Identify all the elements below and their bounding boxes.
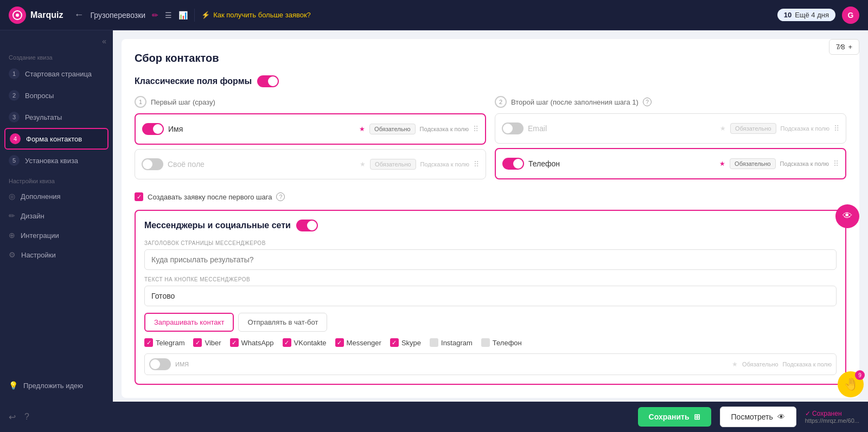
field-name-toggle[interactable] [142,123,164,135]
project-name: Грузоперевозки [90,11,145,20]
create-request-row[interactable]: Создавать заявку после первого шага ? [135,192,846,201]
step-num-1: 1 [9,68,20,79]
social-row: Telegram Viber WhatsApp VKontakte [144,338,837,347]
messengers-toggle[interactable] [296,220,318,231]
notification-float-button[interactable]: 🤚 9 [838,371,864,397]
field-email-hint[interactable]: Подсказка к полю [781,125,829,132]
field-custom-required-btn[interactable]: Обязательно [370,159,416,170]
field-phone-toggle[interactable] [502,158,524,170]
instagram-checkbox[interactable] [430,338,438,347]
sidebar-label-design: Дизайн [21,212,44,220]
preview-button[interactable]: Посмотреть 👁 [720,407,796,427]
sidebar-item-contacts[interactable]: 4 Форма контактов [4,128,108,150]
logo[interactable]: Marquiz [9,7,63,24]
skype-checkbox[interactable] [390,338,399,347]
design-icon: ✏ [9,211,15,220]
eye-float-button[interactable]: 👁 [835,204,859,228]
field-custom-hint[interactable]: Подсказка к полю [420,161,469,167]
phone-checkbox[interactable] [481,338,490,347]
field-name-row: Имя ★ Обязательно Подсказка к полю ⠿ [140,119,481,139]
help-icon[interactable]: ? [24,412,29,422]
saved-status: ✓ Сохранен https://mrqz.me/60... [805,410,859,424]
field-custom-container: Своё поле ★ Обязательно Подсказка к полю… [135,149,486,179]
field-name-drag-icon: ⠿ [473,125,478,133]
field-email-drag-icon: ⠿ [834,124,839,133]
sidebar-item-install[interactable]: 5 Установка квиза [0,150,113,171]
field-custom-toggle[interactable] [142,158,163,170]
tip-button[interactable]: ⚡ Как получить больше заявок? [201,11,311,19]
messenger-field-toggle[interactable] [149,358,171,370]
save-icon: ⊞ [694,412,700,421]
messenger-checkbox[interactable] [335,338,344,347]
vkontakte-label: VKontakte [294,339,327,347]
step2-help-icon[interactable]: ? [643,98,652,106]
step1-circle: 1 [135,96,146,108]
sidebar-item-start[interactable]: 1 Стартовая страница [0,63,113,85]
request-contact-button[interactable]: Запрашивать контакт [144,313,234,332]
social-telegram[interactable]: Telegram [144,338,184,347]
sidebar-label-extras: Дополнения [21,192,61,201]
social-vkontakte[interactable]: VKontakte [283,338,327,347]
list-icon[interactable]: ☰ [165,11,172,20]
step2-text: Второй шаг (после заполнения шага 1) [511,98,639,106]
sidebar-item-questions[interactable]: 2 Вопросы [0,85,113,106]
edit-icon[interactable]: ✏ [152,11,158,20]
messengers-section: Мессенджеры и социальные сети ЗАГОЛОВОК … [135,210,846,385]
saved-text: ✓ Сохранен [805,410,859,417]
field-phone-hint[interactable]: Подсказка к полю [780,160,829,167]
sidebar-label-contacts: Форма контактов [26,135,82,143]
create-request-label: Создавать заявку после первого шага [148,193,272,201]
notification-badge: 9 [855,370,865,380]
social-instagram[interactable]: Instagram [430,338,473,347]
button-text-input[interactable] [144,286,837,306]
viber-label: Viber [205,339,221,347]
messenger-field-hint: Подсказка к полю [783,361,832,367]
field-phone-required-btn[interactable]: Обязательно [730,158,776,169]
page-title-input[interactable] [144,249,837,270]
create-request-checkbox[interactable] [135,192,143,201]
sidebar-bottom: 💡 Предложить идею [0,376,113,395]
send-chatbot-button[interactable]: Отправлять в чат-бот [238,313,327,332]
sidebar-item-design[interactable]: ✏ Дизайн [0,206,113,225]
social-viber[interactable]: Viber [193,338,221,347]
social-whatsapp[interactable]: WhatsApp [230,338,274,347]
social-phone[interactable]: Телефон [481,338,522,347]
vkontakte-checkbox[interactable] [283,338,291,347]
sidebar-item-suggest[interactable]: 💡 Предложить идею [0,376,113,395]
telegram-checkbox[interactable] [144,338,153,347]
viber-checkbox[interactable] [193,338,202,347]
eye-icon: 👁 [843,210,852,222]
create-request-help[interactable]: ? [276,192,285,201]
chart-icon[interactable]: 📊 [178,11,188,20]
page-content: Сбор контактов Классические поля формы 1… [122,39,859,398]
fraction-label: 7⁄8 [836,43,845,51]
settings-icon: ⚙ [9,250,16,259]
top-right-button[interactable]: 7⁄8 + [829,39,859,55]
field-email-toggle[interactable] [502,122,524,134]
sidebar-item-extras[interactable]: ◎ Дополнения [0,186,113,206]
whatsapp-checkbox[interactable] [230,338,239,347]
back-button[interactable]: ← [74,9,84,21]
sidebar-label-results: Результаты [25,113,62,121]
sidebar-label-questions: Вопросы [25,92,54,100]
save-button[interactable]: Сохранить ⊞ [638,407,711,427]
classic-fields-toggle[interactable] [257,75,279,87]
sidebar-item-results[interactable]: 3 Результаты [0,106,113,128]
suggest-icon: 💡 [9,381,18,390]
avatar[interactable]: G [842,7,859,24]
bottom-icons: ↩ ? [9,412,29,422]
classic-fields-title: Классические поля формы [135,76,252,86]
preview-icon: 👁 [777,412,785,421]
field-email-required-btn[interactable]: Обязательно [730,123,776,134]
field-name-required-btn[interactable]: Обязательно [369,124,416,134]
sidebar-item-settings[interactable]: ⚙ Настройки [0,245,113,265]
sidebar-item-integrations[interactable]: ⊕ Интеграции [0,225,113,245]
sidebar-collapse: « [0,37,113,50]
social-messenger[interactable]: Messenger [335,338,381,347]
collapse-button[interactable]: « [102,37,106,46]
skype-label: Skype [401,339,421,347]
social-skype[interactable]: Skype [390,338,421,347]
plus-icon: + [848,43,852,51]
field-name-hint[interactable]: Подсказка к полю [420,126,469,132]
history-icon[interactable]: ↩ [9,412,16,422]
